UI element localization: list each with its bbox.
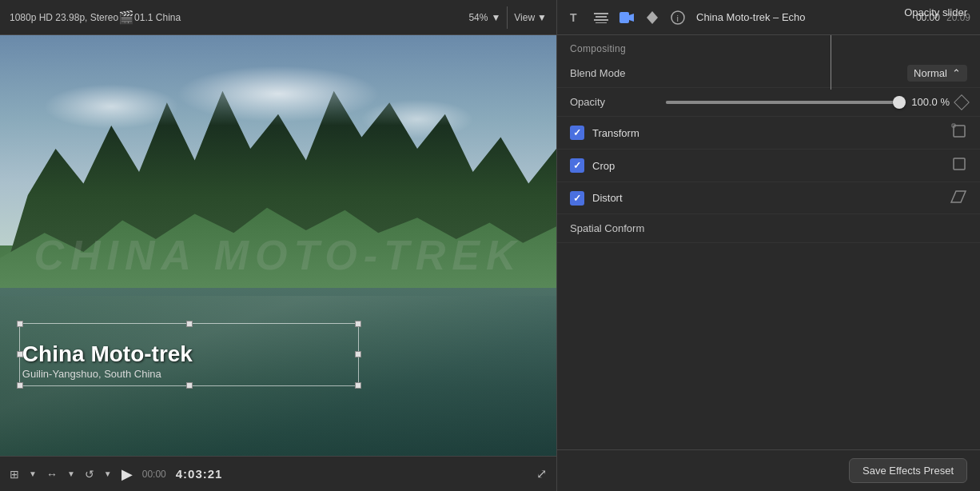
play-button[interactable]: ▶ [122,465,133,483]
opacity-keyframe-button[interactable] [954,94,970,110]
crop-row: ✓ Crop [557,150,980,182]
timecode-display: 4:03:21 [176,467,223,481]
info-icon[interactable]: i [669,9,687,26]
video-background: CHINA MOTO-TREK China Moto-trek Gui [0,35,556,456]
svg-rect-2 [596,16,607,18]
handle-tl[interactable] [17,321,23,327]
svg-rect-4 [596,22,607,23]
inspector-footer: Save Effects Preset [557,449,980,491]
svg-marker-13 [951,191,966,202]
color-inspector-icon[interactable] [643,9,661,26]
svg-marker-7 [647,11,658,24]
clip-name-label: 01.1 China [134,12,181,23]
watermark-text: CHINA MOTO-TREK [34,231,522,279]
handle-ml[interactable] [17,351,23,357]
inspector-timecode: 00:00 20:09 [916,12,970,23]
distort-icon[interactable] [950,190,967,207]
transform-label: Transform [592,127,951,139]
view-chevron-icon: ▼ [537,12,547,23]
speed-chevron-icon[interactable]: ▼ [104,469,112,478]
inspector-panel: Compositing Blend Mode Normal ⌃ Opacity [556,35,980,491]
transform-checkbox[interactable]: ✓ [570,126,584,140]
fullscreen-icon[interactable]: ⤢ [536,466,547,481]
transform-chevron-icon[interactable]: ▼ [67,469,75,478]
zoom-chevron-icon: ▼ [491,12,500,23]
layout-icon[interactable]: ⊞ [10,468,19,481]
save-effects-preset-button[interactable]: Save Effects Preset [849,458,967,483]
opacity-label: Opacity [570,96,666,108]
handle-tr[interactable] [355,321,361,327]
svg-rect-3 [594,19,608,21]
svg-text:T: T [570,11,577,24]
speed-icon[interactable]: ↺ [85,468,94,481]
transform-row: ✓ Transform [557,117,980,150]
video-inspector-icon[interactable] [618,9,635,26]
handle-mr[interactable] [355,351,361,357]
transform-icon[interactable] [951,123,967,142]
timecode-prefix: 00:00 [142,469,166,480]
view-button[interactable]: View ▼ [514,12,547,23]
handle-bc[interactable] [186,382,193,389]
distort-label: Distort [592,192,950,204]
opacity-slider-thumb[interactable] [893,96,906,109]
crop-label: Crop [592,160,951,172]
crop-checkbox[interactable]: ✓ [570,158,584,173]
distort-row: ✓ Distort [557,182,980,214]
blend-mode-row: Blend Mode Normal ⌃ [557,59,980,88]
crop-icon[interactable] [951,156,967,175]
toolbar-icons: T i [567,9,687,26]
clapper-icon: 🎬 [118,10,134,25]
distort-checkbox[interactable]: ✓ [570,191,584,206]
video-panel: CHINA MOTO-TREK China Moto-trek Gui [0,35,556,491]
spatial-conform-label: Spatial Conform [570,222,644,234]
svg-rect-1 [594,13,608,14]
transform-tool-icon[interactable]: ↔ [46,468,58,481]
compositing-section-header: Compositing [557,35,980,59]
opacity-slider-fill [666,101,899,104]
blend-mode-label: Blend Mode [570,67,666,79]
layout-chevron-icon[interactable]: ▼ [29,469,37,478]
spatial-conform-row: Spatial Conform [557,214,980,243]
align-tool-icon[interactable] [592,9,610,26]
zoom-level[interactable]: 54% ▼ [468,12,500,23]
text-overlay[interactable]: China Moto-trek Guilin-Yangshuo, South C… [22,342,357,381]
text-tool-icon[interactable]: T [567,9,584,26]
handle-br[interactable] [355,382,361,389]
inspector-title: China Moto-trek – Echo [696,11,911,23]
blend-chevron-icon: ⌃ [952,67,961,79]
opacity-slider[interactable] [666,101,899,104]
svg-rect-5 [619,12,629,23]
video-info-label: 1080p HD 23.98p, Stereo [10,12,118,23]
opacity-row: Opacity 100.0 % [557,88,980,117]
video-area: CHINA MOTO-TREK China Moto-trek Gui [0,35,556,456]
handle-tc[interactable] [186,321,193,327]
svg-rect-12 [954,158,965,170]
blend-mode-dropdown[interactable]: Normal ⌃ [907,65,967,82]
opacity-value: 100.0 % [906,96,950,108]
inspector-content: Compositing Blend Mode Normal ⌃ Opacity [557,35,980,449]
transport-bar: ⊞ ▼ ↔ ▼ ↺ ▼ ▶ 00:00 4:03:21 ⤢ [0,456,556,491]
svg-marker-6 [629,14,634,22]
svg-text:i: i [677,14,679,23]
selection-box [19,323,360,387]
handle-bl[interactable] [17,382,23,389]
